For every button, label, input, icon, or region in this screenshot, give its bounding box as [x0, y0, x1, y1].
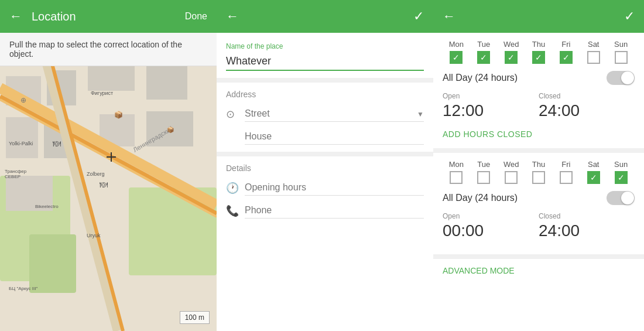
- day-tue-checkbox-1[interactable]: [477, 51, 490, 64]
- hours-header: ← ✓: [433, 0, 644, 33]
- house-field-wrap: [245, 129, 424, 145]
- hours-panel: ← ✓ Mon Tue Wed Thu: [433, 0, 644, 331]
- house-row: [226, 129, 424, 145]
- day-tue-1: Tue: [470, 40, 498, 64]
- open-value-2[interactable]: 00:00: [443, 221, 539, 240]
- closed-label-2: Closed: [539, 212, 635, 220]
- open-col-2: Open 00:00: [443, 212, 539, 240]
- opening-hours-row: 🕐: [226, 180, 424, 196]
- map-instruction: Pull the map to select the correct locat…: [0, 33, 217, 66]
- svg-rect-7: [146, 64, 187, 100]
- day-wed-2: Wed: [498, 160, 525, 184]
- phone-row: 📞: [226, 203, 424, 219]
- allday-row-2: All Day (24 hours): [443, 191, 635, 205]
- divider-2: [217, 152, 433, 156]
- day-fri-1: Fri: [552, 40, 580, 64]
- time-row-2: Open 00:00 Closed 24:00: [443, 212, 635, 240]
- form-header: ← ✓: [217, 0, 433, 33]
- map-scale: 100 m: [180, 311, 210, 324]
- clock-icon: 🕐: [226, 182, 245, 194]
- details-label: Details: [226, 163, 424, 173]
- day-tue-2: Tue: [470, 160, 498, 184]
- svg-text:🍽: 🍽: [53, 139, 61, 148]
- day-fri-2: Fri: [552, 160, 580, 184]
- hours-content: Mon Tue Wed Thu Fri: [433, 33, 644, 331]
- toggle-knob-1: [621, 71, 634, 84]
- svg-text:Фигурист: Фигурист: [91, 90, 113, 96]
- phone-input[interactable]: [245, 203, 424, 219]
- dropdown-arrow-icon: ▼: [417, 110, 424, 118]
- form-back-icon[interactable]: ←: [226, 9, 239, 24]
- form-check-icon[interactable]: ✓: [413, 9, 424, 24]
- svg-text:⊕: ⊕: [20, 96, 26, 104]
- map-header: ← Location Done: [0, 0, 217, 33]
- divider-1: [217, 78, 433, 83]
- allday-label-2: All Day (24 hours): [443, 193, 518, 203]
- svg-rect-3: [29, 234, 76, 293]
- svg-text:🍽: 🍽: [100, 180, 108, 189]
- address-label: Address: [226, 90, 424, 99]
- svg-text:📦: 📦: [114, 110, 123, 119]
- day-wed-checkbox-1[interactable]: [505, 51, 518, 64]
- street-field-wrap: ▼: [245, 106, 424, 122]
- days-row-1: Mon Tue Wed Thu Fri: [443, 40, 635, 64]
- closed-col-1: Closed 24:00: [539, 92, 635, 120]
- hours-block-1: Mon Tue Wed Thu Fri: [433, 33, 644, 153]
- svg-text:СЕВЕР: СЕВЕР: [5, 174, 20, 179]
- day-tue-checkbox-2[interactable]: [477, 171, 490, 184]
- form-panel: ← ✓ Name of the place Address ⊙ ▼ Detail…: [217, 0, 433, 331]
- day-thu-checkbox-1[interactable]: [532, 51, 545, 64]
- phone-icon: 📞: [226, 204, 245, 217]
- allday-toggle-1[interactable]: [607, 71, 635, 85]
- closed-value-2[interactable]: 24:00: [539, 221, 635, 240]
- svg-text:📦: 📦: [167, 126, 174, 134]
- day-fri-checkbox-2[interactable]: [560, 171, 573, 184]
- toggle-knob-2: [621, 192, 634, 204]
- hours-back-icon[interactable]: ←: [443, 9, 455, 24]
- day-sat-checkbox-2[interactable]: [587, 171, 600, 184]
- back-icon[interactable]: ←: [9, 9, 22, 24]
- hours-check-icon[interactable]: ✓: [624, 9, 635, 24]
- time-row-1: Open 12:00 Closed 24:00: [443, 92, 635, 120]
- closed-col-2: Closed 24:00: [539, 212, 635, 240]
- opening-hours-input[interactable]: [245, 180, 424, 196]
- day-mon-1: Mon: [443, 40, 470, 64]
- day-sat-2: Sat: [580, 160, 607, 184]
- open-label-1: Open: [443, 92, 539, 100]
- done-button[interactable]: Done: [185, 11, 207, 22]
- allday-label-1: All Day (24 hours): [443, 73, 518, 83]
- day-sun-checkbox-1[interactable]: [615, 51, 628, 64]
- svg-rect-8: [6, 117, 38, 158]
- form-content: Name of the place Address ⊙ ▼ Details 🕐 …: [217, 33, 433, 331]
- svg-text:Yolki-Palki: Yolki-Palki: [9, 141, 33, 146]
- add-hours-closed-button[interactable]: ADD HOURS CLOSED: [443, 127, 635, 141]
- svg-text:Bikeelectro: Bikeelectro: [35, 204, 59, 209]
- day-wed-checkbox-2[interactable]: [505, 171, 518, 184]
- day-sun-checkbox-2[interactable]: [615, 171, 628, 184]
- day-thu-2: Thu: [525, 160, 553, 184]
- open-value-1[interactable]: 12:00: [443, 101, 539, 120]
- svg-text:Uryuk: Uryuk: [87, 233, 101, 238]
- hours-block-2: Mon Tue Wed Thu Fri: [433, 153, 644, 259]
- day-sun-1: Sun: [607, 40, 635, 64]
- day-wed-1: Wed: [498, 40, 525, 64]
- allday-toggle-2[interactable]: [607, 191, 635, 205]
- name-input[interactable]: [226, 53, 424, 71]
- days-row-2: Mon Tue Wed Thu Fri: [443, 160, 635, 184]
- open-col-1: Open 12:00: [443, 92, 539, 120]
- day-thu-checkbox-2[interactable]: [532, 171, 545, 184]
- day-mon-checkbox-1[interactable]: [450, 51, 463, 64]
- advanced-mode-button[interactable]: ADVANCED MODE: [433, 259, 644, 280]
- street-input[interactable]: [245, 106, 424, 122]
- svg-text:Zolberg: Zolberg: [87, 171, 105, 177]
- location-icon: ⊙: [226, 108, 245, 121]
- closed-value-1[interactable]: 24:00: [539, 101, 635, 120]
- map-panel: Ленинградский 🍽 🍽 ⊕ 📦 📦 Yolki-Palki Фигу…: [0, 0, 217, 331]
- open-label-2: Open: [443, 212, 539, 220]
- day-sat-1: Sat: [580, 40, 607, 64]
- day-fri-checkbox-1[interactable]: [560, 51, 573, 64]
- street-row: ⊙ ▼: [226, 106, 424, 122]
- day-sat-checkbox-1[interactable]: [587, 51, 600, 64]
- day-mon-checkbox-2[interactable]: [450, 171, 463, 184]
- house-input[interactable]: [245, 129, 424, 145]
